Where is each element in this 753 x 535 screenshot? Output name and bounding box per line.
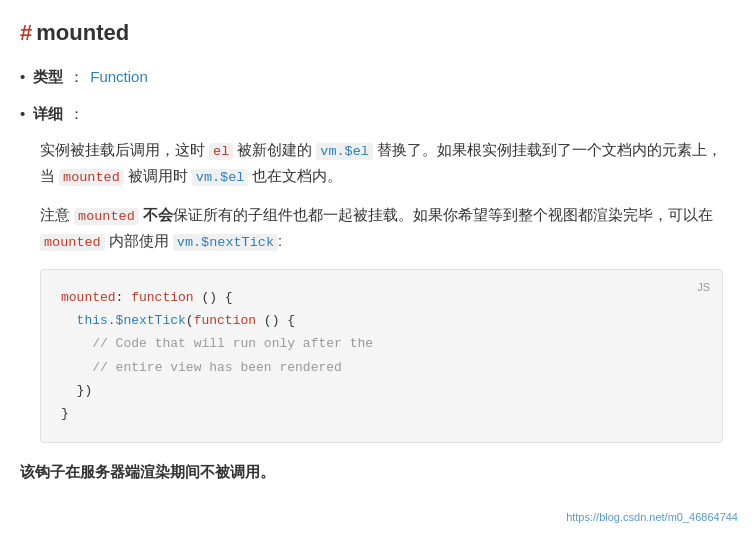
para1-vmsel-code: vm.$el (316, 143, 373, 160)
code-line-6: } (61, 402, 702, 425)
code-block: JS mounted: function () { this.$nextTick… (40, 269, 723, 443)
code-nexttick-parens: () { (256, 313, 295, 328)
code-final-bracket: } (61, 406, 69, 421)
code-line-3: // Code that will run only after the (61, 332, 702, 355)
para1-mounted-code: mounted (59, 169, 124, 186)
code-line-2: this.$nextTick(function () { (61, 309, 702, 332)
code-indent2 (61, 313, 77, 328)
detail-paragraph-1: 实例被挂载后调用，这时 el 被新创建的 vm.$el 替换了。如果根实例挂载到… (40, 138, 723, 189)
code-indent4 (61, 360, 92, 375)
type-label: 类型 (33, 68, 63, 87)
para2-note: 注意 (40, 207, 74, 223)
para1-vmsel2-code: vm.$el (192, 169, 249, 186)
hash-symbol: # (20, 20, 32, 45)
code-close-bracket: }) (77, 383, 93, 398)
para1-text1: 实例被挂载后调用，这时 (40, 142, 209, 158)
para2-end-text: 内部使用 (105, 233, 173, 249)
code-indent5 (61, 383, 77, 398)
code-lang-label: JS (697, 278, 710, 298)
code-line-1: mounted: function () { (61, 286, 702, 309)
detail-block: 实例被挂载后调用，这时 el 被新创建的 vm.$el 替换了。如果根实例挂载到… (40, 138, 723, 443)
para2-text: 保证所有的子组件也都一起被挂载。如果你希望等到整个视图都渲染完毕，可以在 (173, 207, 713, 223)
para1-text4: 被调用时 (124, 168, 192, 184)
type-section: • 类型 ： Function (20, 68, 723, 87)
title-text: mounted (36, 20, 129, 45)
code-parens: () { (194, 290, 233, 305)
code-line-5: }) (61, 379, 702, 402)
watermark: https://blog.csdn.net/m0_46864744 (566, 511, 738, 523)
detail-bullet-item: • 详细 ： (20, 105, 723, 124)
bullet-point: • (20, 68, 25, 85)
page-title: #mounted (20, 20, 723, 46)
para1-text5: 也在文档内。 (248, 168, 342, 184)
type-bullet-item: • 类型 ： Function (20, 68, 723, 87)
code-function-kw: function (131, 290, 193, 305)
detail-label: 详细 (33, 105, 63, 124)
detail-paragraph-2: 注意 mounted 不会保证所有的子组件也都一起被挂载。如果你希望等到整个视图… (40, 203, 723, 254)
code-line-4: // entire view has been rendered (61, 356, 702, 379)
para2-nexttick-code: vm.$nextTick (173, 234, 278, 251)
code-comment-1: // Code that will run only after the (92, 336, 373, 351)
para1-el-code: el (209, 143, 233, 160)
code-mounted-kw: mounted (61, 290, 116, 305)
detail-bullet: • (20, 105, 25, 122)
code-this: this.$nextTick (77, 313, 186, 328)
para2-bold-text: 不会 (139, 207, 173, 223)
para2-mounted-code: mounted (74, 208, 139, 225)
para2-colon: : (278, 233, 282, 249)
bottom-note: 该钩子在服务器端渲染期间不被调用。 (20, 463, 723, 482)
para2-mounted2-code: mounted (40, 234, 105, 251)
type-colon: ： (69, 68, 84, 87)
code-colon-space: : (116, 290, 132, 305)
code-indent3 (61, 336, 92, 351)
type-value: Function (90, 68, 148, 85)
detail-section: • 详细 ： 实例被挂载后调用，这时 el 被新创建的 vm.$el 替换了。如… (20, 105, 723, 443)
code-function-kw2: function (194, 313, 256, 328)
code-nexttick-call: ( (186, 313, 194, 328)
code-comment-2: // entire view has been rendered (92, 360, 342, 375)
detail-colon: ： (69, 105, 84, 124)
para1-text2: 被新创建的 (233, 142, 316, 158)
